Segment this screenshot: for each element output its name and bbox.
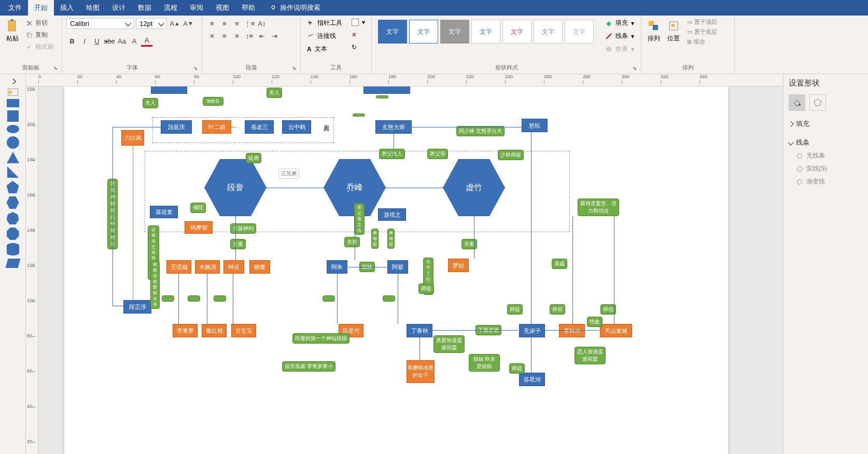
font-size-button[interactable]: A bbox=[129, 35, 140, 47]
align-left[interactable]: ≡ bbox=[206, 30, 218, 41]
lbl-g5[interactable] bbox=[383, 295, 395, 302]
lbl-danxiangsi2[interactable]: 单相思 bbox=[387, 229, 395, 249]
menu-design[interactable]: 设计 bbox=[106, 0, 132, 16]
node-top-blue1[interactable] bbox=[151, 87, 187, 94]
style-preset-5[interactable]: 文字 bbox=[502, 20, 531, 44]
shape-effect-button[interactable]: 效果▾ bbox=[603, 44, 636, 54]
lbl-yangfumuzhi[interactable]: 养父母之仇 bbox=[354, 203, 365, 235]
shape-cylinder[interactable] bbox=[7, 243, 19, 256]
node-liqingluo[interactable]: 李青萝 bbox=[173, 324, 198, 337]
text-tool[interactable]: A文本 bbox=[305, 44, 344, 54]
shape-rectangle[interactable] bbox=[7, 99, 19, 107]
shape-pentagon[interactable] bbox=[7, 181, 19, 193]
style-preset-3[interactable]: 文字 bbox=[440, 20, 469, 44]
lbl-duanyu1st[interactable]: 段誉的第一个神仙姐姐 bbox=[292, 333, 349, 344]
change-case-button[interactable]: Aa bbox=[116, 35, 128, 47]
lbl-g4[interactable] bbox=[323, 295, 335, 302]
lbl-qinqi[interactable]: 亲戚 bbox=[552, 259, 567, 269]
node-zhenlongqi[interactable]: 珠樱棋地里的女子 bbox=[407, 360, 435, 383]
underline-button[interactable]: U bbox=[91, 35, 103, 47]
lbl-qingdi[interactable]: 情敌 bbox=[587, 317, 603, 327]
font-launcher[interactable]: ⬊ bbox=[193, 65, 200, 72]
lbl-g1[interactable] bbox=[162, 295, 174, 302]
cut-button[interactable]: 剪切 bbox=[24, 18, 56, 29]
node-top-blue2[interactable] bbox=[363, 87, 410, 94]
increase-indent[interactable]: ⇥ bbox=[269, 30, 280, 41]
align-top-left[interactable]: ≡ bbox=[206, 18, 218, 29]
text-direction-button[interactable]: A↕ bbox=[256, 18, 268, 29]
send-back-button[interactable]: ▭置于底层 bbox=[685, 27, 719, 36]
lbl-jiumu[interactable]: 救赎者西夏驸马等 bbox=[150, 260, 160, 309]
lbl-yangfumu[interactable]: 养父母 bbox=[427, 149, 448, 159]
node-azi[interactable]: 阿紫 bbox=[387, 260, 408, 274]
styles-launcher[interactable]: ⬊ bbox=[633, 65, 639, 72]
strikethrough-button[interactable]: abc bbox=[104, 35, 115, 47]
style-preset-4[interactable]: 文字 bbox=[471, 20, 500, 44]
node-azhu[interactable]: 阿朱 bbox=[327, 260, 347, 274]
connector-tool[interactable]: 连接线 bbox=[305, 31, 344, 41]
tab-fill-line[interactable] bbox=[789, 94, 805, 111]
bold-button[interactable]: B bbox=[66, 35, 78, 47]
font-size-select[interactable]: 12pt bbox=[136, 18, 167, 29]
panel-toggle[interactable] bbox=[8, 89, 18, 96]
page[interactable]: 四大恶人 段誉 乔峰 虚竹 段延庆 叶二娘 岳老三 云中鹤 玄慈大师 慈轮 刀白… bbox=[64, 87, 728, 454]
node-tianshantonglao[interactable]: 天山童姥 bbox=[600, 324, 632, 337]
lbl-lianrenjia[interactable]: 恋人加逍遥派同盟 bbox=[575, 347, 606, 364]
lbl-yangfudir[interactable]: 养父仇人 bbox=[379, 149, 405, 159]
node-cilun[interactable]: 慈轮 bbox=[522, 119, 548, 132]
shape-octagon[interactable] bbox=[7, 228, 19, 240]
node-wangyuyan[interactable]: 王语嫣 bbox=[166, 260, 191, 274]
canvas-area[interactable]: 四大恶人 段誉 乔峰 虚竹 段延庆 叶二娘 岳老三 云中鹤 玄慈大师 慈轮 刀白… bbox=[38, 87, 783, 454]
lbl-tongshaolin[interactable]: 同少林 玄慈罩分大 bbox=[456, 126, 505, 136]
lbl-liumaishenjian[interactable]: 六脉神剑 bbox=[230, 223, 256, 234]
opt-solid-line[interactable]: 实线(S) bbox=[789, 162, 863, 175]
node-zhongling[interactable]: 钟灵 bbox=[223, 260, 244, 274]
position-button[interactable]: 位置 bbox=[665, 18, 682, 44]
menu-review[interactable]: 审阅 bbox=[184, 0, 209, 16]
paste-button[interactable]: 粘贴 bbox=[4, 18, 21, 44]
align-center[interactable]: ≡ bbox=[219, 30, 230, 41]
lbl-yuanfangqinqi[interactable]: 远方亲戚 李青萝要小 bbox=[282, 361, 335, 372]
lbl-jiushuzhe[interactable]: 救赎者 bbox=[203, 97, 223, 106]
node-yuelaosan[interactable]: 岳老三 bbox=[245, 120, 274, 134]
para-launcher[interactable]: ⬊ bbox=[292, 65, 298, 72]
shape-triangle[interactable] bbox=[7, 152, 19, 163]
lbl-tudi[interactable]: 徒弟 bbox=[246, 153, 261, 163]
node-murongfu[interactable]: 慕容复 bbox=[150, 206, 178, 218]
close-tool[interactable]: ✕ bbox=[349, 30, 367, 39]
node-xuancidashi[interactable]: 玄慈大师 bbox=[375, 120, 412, 134]
decrease-indent[interactable]: ⇤ bbox=[256, 30, 268, 41]
lbl-shitu2[interactable]: 师徒 bbox=[507, 304, 523, 315]
shape-ellipse[interactable] bbox=[7, 125, 19, 133]
lbl-shaolinshitu[interactable]: 少林师徒 bbox=[498, 150, 524, 160]
shape-circle[interactable] bbox=[7, 136, 19, 149]
menu-insert[interactable]: 插入 bbox=[54, 0, 80, 16]
menu-help[interactable]: 帮助 bbox=[235, 0, 261, 16]
tell-me-search[interactable]: 操作说明搜索 bbox=[265, 3, 325, 12]
style-preset-6[interactable]: 文字 bbox=[534, 20, 563, 44]
lbl-g2[interactable] bbox=[188, 295, 200, 302]
node-dingchunqiu[interactable]: 丁春秋 bbox=[407, 324, 432, 337]
font-name-select[interactable]: Calibri bbox=[66, 18, 134, 29]
style-preset-7[interactable]: 文字 bbox=[565, 20, 594, 44]
lbl-yangfu[interactable]: 养父 bbox=[353, 114, 365, 117]
panel-collapse[interactable] bbox=[11, 76, 15, 86]
align-top-right[interactable]: ≡ bbox=[231, 18, 243, 29]
lbl-fuqi2[interactable]: 夫妻 bbox=[344, 237, 360, 247]
lbl-zhenaijiaxiaoyao[interactable]: 真爱加逍遥派同盟 bbox=[433, 335, 465, 353]
bring-front-button[interactable]: ▭置于顶层 bbox=[685, 18, 719, 26]
font-color-button[interactable]: A bbox=[141, 35, 152, 47]
section-fill[interactable]: 填充 bbox=[789, 117, 863, 131]
menu-data[interactable]: 数据 bbox=[132, 0, 158, 16]
shape-parallelogram[interactable] bbox=[5, 259, 20, 268]
fill-swatch[interactable]: ▾ bbox=[349, 18, 367, 27]
format-painter-button[interactable]: 格式刷 bbox=[24, 41, 56, 52]
shape-square[interactable] bbox=[7, 110, 19, 122]
node-xiaolei[interactable]: 晓蕾 bbox=[249, 260, 270, 274]
node-qinhongmian[interactable]: 秦红棉 bbox=[202, 324, 227, 337]
menu-file[interactable]: 文件 bbox=[2, 0, 28, 16]
shape-heptagon[interactable] bbox=[7, 212, 19, 224]
node-suxinghe[interactable]: 苏星河 bbox=[519, 373, 545, 386]
node-youtanzhi[interactable]: 游坦之 bbox=[378, 208, 406, 221]
menu-view[interactable]: 视图 bbox=[209, 0, 235, 16]
